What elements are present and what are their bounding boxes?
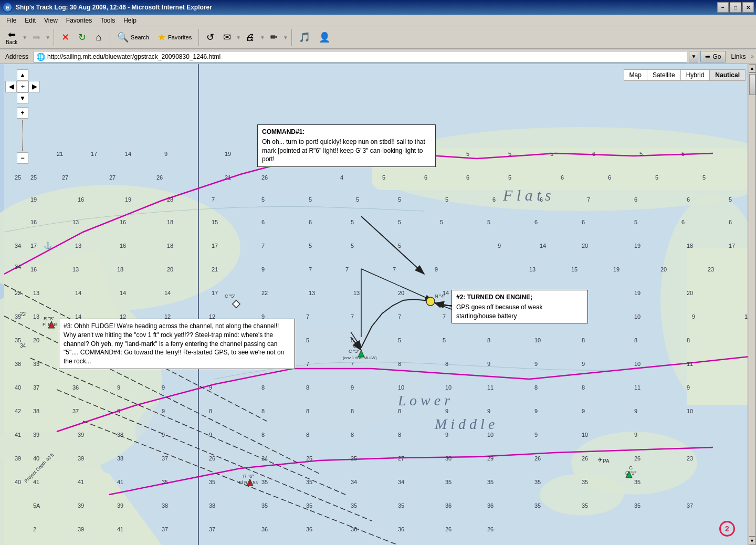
map-controls: ▲ ◀ ✛ ▶ ▼ + −: [5, 69, 40, 164]
address-input-wrap[interactable]: 🌐: [34, 51, 687, 62]
svg-text:8: 8: [351, 432, 354, 438]
close-button[interactable]: ✕: [742, 2, 754, 13]
svg-text:13: 13: [529, 266, 536, 272]
stop-button[interactable]: ✕: [57, 27, 73, 47]
map-type-satellite[interactable]: Satellite: [647, 69, 681, 81]
map-type-nautical[interactable]: Nautical: [709, 69, 746, 81]
messenger-button[interactable]: 👤: [315, 27, 334, 47]
svg-text:39: 39: [78, 526, 84, 532]
toolbar-separator-1: [54, 29, 54, 46]
svg-text:17: 17: [30, 243, 37, 249]
svg-text:17: 17: [729, 243, 735, 249]
map-type-hybrid[interactable]: Hybrid: [680, 69, 710, 81]
scroll-down-arrow[interactable]: ▼: [749, 537, 756, 545]
svg-point-3: [0, 432, 109, 545]
media-button[interactable]: 🎵: [295, 27, 314, 47]
minimize-button[interactable]: −: [717, 2, 729, 13]
home-button[interactable]: ⌂: [91, 27, 107, 47]
svg-text:35: 35: [162, 479, 168, 485]
svg-text:5: 5: [445, 196, 448, 203]
pan-up-button[interactable]: ▲: [17, 69, 28, 81]
map-container[interactable]: 21 17 14 9 19 20 20 6 5 5 5 5 5 6 5 5 25…: [0, 64, 756, 545]
svg-point-10: [571, 432, 697, 495]
svg-text:9: 9: [117, 384, 120, 391]
mail-button[interactable]: ✉: [219, 27, 235, 47]
address-dropdown[interactable]: ▼: [689, 51, 698, 62]
svg-line-17: [30, 358, 345, 495]
svg-text:8: 8: [445, 361, 448, 367]
svg-text:9: 9: [687, 384, 690, 391]
svg-text:37: 37: [33, 384, 39, 391]
menu-view[interactable]: View: [40, 16, 62, 25]
go-button[interactable]: ➡ Go: [700, 51, 726, 62]
menu-help[interactable]: Help: [119, 16, 141, 25]
menu-edit[interactable]: Edit: [20, 16, 40, 25]
svg-text:13: 13: [309, 290, 315, 296]
vertical-scrollbar[interactable]: ▲ ▼: [748, 64, 756, 545]
search-icon: 🔍: [117, 33, 129, 42]
svg-text:R "6": R "6": [243, 474, 254, 479]
menu-favorites[interactable]: Favorites: [62, 16, 96, 25]
zoom-out-button[interactable]: −: [17, 152, 28, 164]
scroll-track[interactable]: [749, 72, 756, 537]
svg-text:14: 14: [75, 290, 81, 296]
svg-text:35: 35: [261, 479, 268, 485]
svg-text:8: 8: [306, 384, 309, 391]
pan-left-button[interactable]: ◀: [5, 81, 17, 92]
svg-text:5: 5: [382, 174, 385, 181]
address-label: Address: [2, 53, 32, 60]
svg-text:41: 41: [78, 479, 84, 485]
forward-button[interactable]: ➡: [28, 27, 44, 47]
svg-text:6: 6: [492, 196, 496, 203]
svg-text:5: 5: [655, 174, 658, 181]
waypoint-number: 2: [725, 525, 729, 533]
svg-text:13: 13: [72, 266, 79, 272]
scroll-thumb[interactable]: [749, 74, 755, 95]
pan-center-button[interactable]: ✛: [17, 81, 28, 92]
svg-line-26: [361, 269, 432, 300]
favorites-button[interactable]: ★ Favorites: [154, 27, 195, 47]
history-button[interactable]: ↺: [202, 27, 218, 47]
pan-right-button[interactable]: ▶: [28, 81, 40, 92]
edit-button[interactable]: ✏: [266, 27, 282, 47]
pan-down-button[interactable]: ▼: [17, 92, 28, 104]
svg-text:11: 11: [687, 361, 693, 367]
svg-text:5: 5: [440, 219, 443, 225]
svg-text:9: 9: [209, 384, 212, 391]
svg-text:9: 9: [162, 432, 165, 438]
map-type-map[interactable]: Map: [624, 69, 647, 81]
menu-tools[interactable]: Tools: [96, 16, 119, 25]
zoom-in-button[interactable]: +: [17, 107, 28, 119]
svg-text:25: 25: [351, 455, 357, 462]
search-button[interactable]: 🔍 Search: [113, 27, 153, 47]
svg-text:35: 35: [582, 502, 588, 509]
svg-text:5: 5: [398, 219, 401, 225]
svg-text:38: 38: [117, 455, 123, 462]
svg-text:5: 5: [508, 174, 511, 181]
svg-text:16: 16: [78, 196, 84, 203]
svg-text:7: 7: [345, 266, 349, 272]
map-type-buttons: Map Satellite Hybrid Nautical: [624, 69, 746, 81]
refresh-button[interactable]: ↻: [74, 27, 90, 47]
svg-text:26: 26: [534, 455, 541, 462]
svg-text:39: 39: [15, 455, 21, 462]
svg-text:41: 41: [117, 526, 123, 532]
svg-text:7: 7: [306, 313, 309, 320]
svg-text:26: 26: [209, 455, 215, 462]
annotation1-title: COMMAND#1:: [262, 128, 431, 137]
svg-text:5: 5: [398, 337, 401, 343]
svg-text:5: 5: [309, 243, 312, 249]
print-button[interactable]: 🖨: [242, 27, 259, 47]
svg-text:5: 5: [356, 196, 359, 203]
scroll-up-arrow[interactable]: ▲: [749, 64, 756, 72]
svg-line-22: [351, 337, 361, 350]
maximize-button[interactable]: □: [730, 2, 741, 13]
svg-text:9: 9: [634, 432, 637, 438]
svg-rect-9: [687, 248, 752, 405]
address-input[interactable]: [47, 53, 685, 60]
stop-icon: ✕: [61, 33, 69, 42]
svg-text:9: 9: [634, 408, 637, 414]
back-button[interactable]: ⬅ Back: [2, 27, 21, 47]
svg-text:13: 13: [72, 219, 79, 225]
menu-file[interactable]: File: [2, 16, 20, 25]
